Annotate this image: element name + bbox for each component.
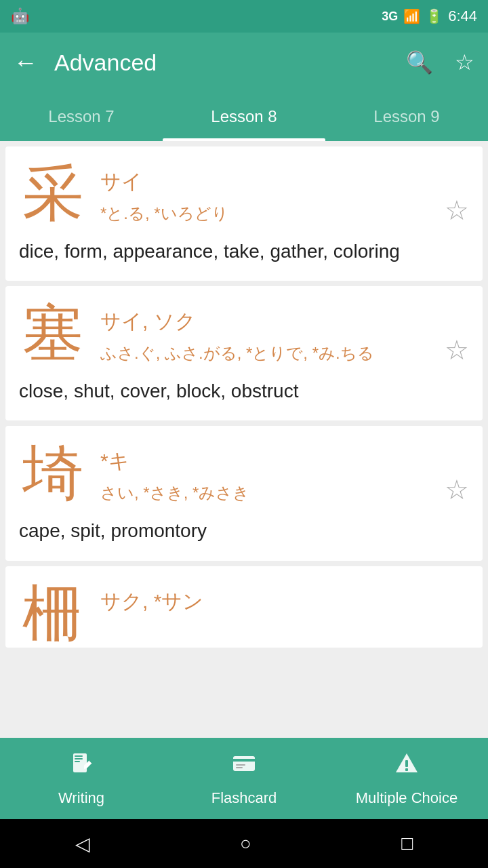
flashcard-icon: [230, 751, 258, 784]
kanji-card-header: 埼 *キ さい, *さき, *みさき ☆: [19, 442, 469, 504]
reading-kun: ふさ.ぐ, ふさ.がる, *とりで, *み.ちる: [100, 342, 374, 364]
svg-rect-10: [405, 768, 408, 771]
signal-bars-icon: 📶: [403, 8, 420, 24]
kanji-readings: サク, *サン: [100, 583, 203, 616]
kanji-card: 埼 *キ さい, *さき, *みさき ☆ cape, spit, promont…: [5, 426, 483, 560]
star-button[interactable]: ☆: [445, 475, 469, 506]
status-bar-left: 🤖: [11, 7, 29, 25]
svg-rect-2: [75, 758, 83, 760]
reading-on: *キ: [100, 448, 249, 475]
app-bar: ← Advanced 🔍 ☆: [0, 33, 488, 92]
kanji-card-header: 采 サイ *と.る, *いろどり ☆: [19, 163, 469, 224]
tab-lesson8[interactable]: Lesson 8: [163, 92, 325, 141]
status-bar-right: 3G 📶 🔋 6:44: [382, 7, 477, 25]
kanji-card: 采 サイ *と.る, *いろどり ☆ dice, form, appearanc…: [5, 146, 483, 281]
tab-lesson7[interactable]: Lesson 7: [0, 92, 163, 141]
kanji-meaning: close, shut, cover, block, obstruct: [19, 378, 469, 404]
search-button[interactable]: 🔍: [406, 50, 433, 75]
kanji-card: 塞 サイ, ソク ふさ.ぐ, ふさ.がる, *とりで, *み.ちる ☆ clos…: [5, 286, 483, 420]
writing-label: Writing: [58, 789, 104, 807]
battery-icon: 🔋: [426, 8, 443, 24]
multiple-choice-label: Multiple Choice: [356, 789, 458, 807]
signal-icon: 3G: [382, 9, 398, 24]
favorite-button[interactable]: ☆: [455, 50, 474, 75]
reading-on: サイ: [100, 168, 228, 196]
reading-kun: さい, *さき, *みさき: [100, 482, 249, 504]
kanji-meaning: cape, spit, promontory: [19, 517, 469, 544]
kanji-character: 塞: [19, 302, 87, 363]
kanji-card-header: 塞 サイ, ソク ふさ.ぐ, ふさ.がる, *とりで, *み.ちる ☆: [19, 302, 469, 364]
reading-on: サイ, ソク: [100, 308, 374, 336]
star-button[interactable]: ☆: [445, 335, 469, 366]
recent-system-button[interactable]: □: [401, 833, 413, 854]
multiple-choice-icon: [393, 751, 420, 784]
back-system-button[interactable]: ◁: [75, 833, 90, 855]
kanji-meaning: dice, form, appearance, take, gather, co…: [19, 238, 469, 264]
svg-rect-7: [236, 767, 243, 768]
svg-rect-1: [75, 755, 83, 757]
kanji-list: 采 サイ *と.る, *いろどり ☆ dice, form, appearanc…: [0, 141, 488, 738]
home-system-button[interactable]: ○: [240, 833, 251, 854]
kanji-character: 柵: [19, 583, 87, 644]
system-nav-bar: ◁ ○ □: [0, 819, 488, 868]
kanji-card-partial: 柵 サク, *サン: [5, 566, 483, 648]
svg-rect-5: [233, 759, 255, 762]
app-bar-actions: 🔍 ☆: [406, 50, 474, 75]
kanji-readings: サイ, ソク ふさ.ぐ, ふさ.がる, *とりで, *み.ちる: [100, 302, 374, 364]
svg-rect-9: [405, 760, 408, 767]
svg-rect-4: [233, 756, 255, 771]
reading-on: サク, *サン: [100, 588, 203, 616]
status-bar: 🤖 3G 📶 🔋 6:44: [0, 0, 488, 33]
android-icon: 🤖: [11, 7, 29, 25]
time-display: 6:44: [448, 7, 477, 25]
nav-writing[interactable]: Writing: [0, 751, 163, 807]
back-button[interactable]: ←: [14, 48, 38, 77]
svg-rect-6: [236, 764, 245, 766]
lesson-tabs: Lesson 7 Lesson 8 Lesson 9: [0, 92, 488, 141]
kanji-readings: サイ *と.る, *いろどり: [100, 163, 228, 224]
kanji-readings: *キ さい, *さき, *みさき: [100, 442, 249, 504]
flashcard-label: Flashcard: [211, 789, 277, 807]
tab-lesson9[interactable]: Lesson 9: [325, 92, 488, 141]
bottom-navigation: Writing Flashcard Multiple Choice: [0, 738, 488, 819]
nav-flashcard[interactable]: Flashcard: [163, 751, 325, 807]
kanji-character: 埼: [19, 442, 87, 503]
writing-icon: [68, 751, 95, 784]
reading-kun: *と.る, *いろどり: [100, 203, 228, 224]
star-button[interactable]: ☆: [445, 195, 469, 226]
page-title: Advanced: [54, 50, 406, 76]
svg-rect-3: [75, 761, 80, 762]
nav-multiple-choice[interactable]: Multiple Choice: [325, 751, 488, 807]
kanji-character: 采: [19, 163, 87, 224]
